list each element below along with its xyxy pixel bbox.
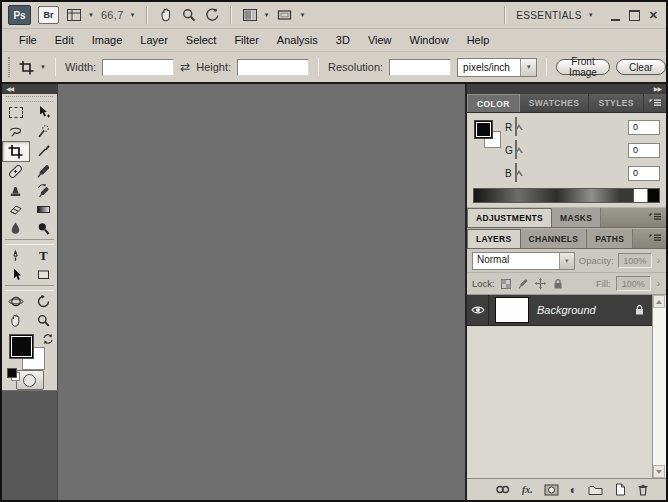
menu-3d[interactable]: 3D bbox=[327, 31, 359, 49]
red-slider-thumb[interactable] bbox=[515, 124, 523, 130]
gradient-tool[interactable] bbox=[30, 200, 58, 219]
dock-header[interactable]: ▶▶ bbox=[467, 84, 666, 94]
blue-value-field[interactable]: 0 bbox=[628, 166, 660, 181]
front-image-button[interactable]: Front Image bbox=[556, 59, 610, 75]
green-slider-thumb[interactable] bbox=[515, 147, 523, 153]
view-extras-dropdown[interactable]: ▼ bbox=[66, 8, 94, 22]
tab-masks[interactable]: MASKS bbox=[552, 208, 601, 227]
tab-layers[interactable]: LAYERS bbox=[467, 229, 521, 248]
layers-panel-menu-button[interactable] bbox=[649, 229, 666, 248]
maximize-button[interactable] bbox=[629, 10, 640, 21]
layer-name[interactable]: Background bbox=[537, 304, 634, 316]
menu-view[interactable]: View bbox=[359, 31, 401, 49]
fill-value-field[interactable]: 100% bbox=[616, 276, 651, 291]
resolution-input[interactable] bbox=[389, 59, 451, 76]
foreground-color-swatch[interactable] bbox=[474, 120, 493, 139]
menu-filter[interactable]: Filter bbox=[225, 31, 267, 49]
fill-arrow-icon[interactable]: › bbox=[656, 279, 661, 289]
hand-tool[interactable] bbox=[2, 311, 30, 330]
zoom-tool-icon[interactable] bbox=[181, 7, 197, 23]
layer-styles-icon[interactable]: fx. bbox=[522, 484, 533, 495]
rectangular-marquee-tool[interactable] bbox=[2, 103, 30, 122]
new-layer-icon[interactable] bbox=[614, 483, 626, 496]
eyedropper-tool[interactable] bbox=[30, 141, 58, 160]
hand-tool-icon[interactable] bbox=[158, 7, 174, 23]
tab-styles[interactable]: STYLES bbox=[589, 94, 643, 112]
blend-mode-select[interactable]: Normal ▼ bbox=[472, 252, 575, 270]
pen-tool[interactable] bbox=[2, 246, 30, 265]
scroll-down-button[interactable] bbox=[653, 465, 665, 478]
tools-panel-grip[interactable] bbox=[6, 96, 53, 102]
menu-analysis[interactable]: Analysis bbox=[268, 31, 327, 49]
menu-edit[interactable]: Edit bbox=[46, 31, 83, 49]
spot-healing-brush-tool[interactable] bbox=[2, 162, 30, 181]
red-slider[interactable] bbox=[515, 118, 622, 136]
brush-tool[interactable] bbox=[30, 162, 58, 181]
menu-file[interactable]: File bbox=[10, 31, 46, 49]
opacity-value-field[interactable]: 100% bbox=[618, 253, 652, 268]
rectangle-shape-tool[interactable] bbox=[30, 265, 58, 284]
swap-colors-icon[interactable] bbox=[42, 333, 54, 345]
color-ramp[interactable] bbox=[473, 188, 660, 203]
link-layers-icon[interactable] bbox=[495, 484, 511, 495]
blur-tool[interactable] bbox=[2, 219, 30, 238]
menu-select[interactable]: Select bbox=[177, 31, 226, 49]
opacity-arrow-icon[interactable]: › bbox=[656, 256, 661, 266]
launch-bridge-button[interactable]: Br bbox=[38, 6, 59, 24]
lasso-tool[interactable] bbox=[2, 122, 30, 141]
lock-image-pixels-icon[interactable] bbox=[517, 278, 529, 290]
tab-color[interactable]: COLOR bbox=[467, 94, 520, 112]
lock-transparent-pixels-icon[interactable] bbox=[500, 278, 512, 290]
type-tool[interactable]: T bbox=[30, 246, 58, 265]
clear-button[interactable]: Clear bbox=[616, 59, 666, 75]
layer-thumbnail[interactable] bbox=[495, 297, 529, 323]
3d-orbit-tool[interactable] bbox=[30, 292, 58, 311]
height-input[interactable] bbox=[237, 59, 309, 76]
zoom-tool[interactable] bbox=[30, 311, 58, 330]
swap-dimensions-icon[interactable]: ⇄ bbox=[180, 60, 190, 74]
menu-window[interactable]: Window bbox=[401, 31, 458, 49]
layer-list-scrollbar[interactable] bbox=[652, 295, 666, 478]
new-adjustment-layer-icon[interactable]: ◐ bbox=[570, 484, 577, 496]
menu-image[interactable]: Image bbox=[83, 31, 132, 49]
tab-adjustments[interactable]: ADJUSTMENTS bbox=[467, 208, 552, 227]
color-ramp-black[interactable] bbox=[647, 189, 659, 202]
rotate-view-icon[interactable] bbox=[204, 7, 220, 23]
dodge-tool[interactable] bbox=[30, 219, 58, 238]
layer-row-background[interactable]: Background bbox=[467, 295, 653, 326]
green-value-field[interactable]: 0 bbox=[628, 143, 660, 158]
options-bar-grip[interactable] bbox=[8, 57, 10, 77]
workspace-switcher[interactable]: ESSENTIALS ▼ bbox=[516, 10, 594, 21]
minimize-button[interactable] bbox=[611, 10, 620, 21]
foreground-color-swatch[interactable] bbox=[9, 334, 34, 359]
tab-swatches[interactable]: SWATCHES bbox=[520, 94, 590, 112]
zoom-level-dropdown[interactable]: 66,7 ▼ bbox=[101, 9, 136, 21]
path-selection-tool[interactable] bbox=[2, 265, 30, 284]
eraser-tool[interactable] bbox=[2, 200, 30, 219]
resolution-unit-select[interactable]: pixels/inch ▼ bbox=[457, 58, 537, 77]
blue-slider[interactable] bbox=[515, 164, 622, 182]
quick-selection-tool[interactable] bbox=[30, 122, 58, 141]
screen-mode-dropdown[interactable]: ▼ bbox=[276, 8, 305, 22]
tab-paths[interactable]: PATHS bbox=[587, 229, 633, 248]
crop-tool[interactable] bbox=[2, 141, 30, 162]
workspace-canvas-area[interactable]: ◀◀ T bbox=[2, 82, 666, 500]
color-ramp-spectrum[interactable] bbox=[474, 189, 633, 202]
menu-layer[interactable]: Layer bbox=[131, 31, 177, 49]
width-input[interactable] bbox=[102, 59, 174, 76]
blue-slider-thumb[interactable] bbox=[515, 170, 523, 176]
menu-help[interactable]: Help bbox=[458, 31, 499, 49]
tab-channels[interactable]: CHANNELS bbox=[521, 229, 588, 248]
layer-visibility-cell[interactable] bbox=[467, 295, 489, 325]
3d-rotate-tool[interactable] bbox=[2, 292, 30, 311]
green-slider[interactable] bbox=[515, 141, 622, 159]
delete-layer-icon[interactable] bbox=[637, 483, 649, 496]
default-colors-icon[interactable] bbox=[7, 368, 17, 378]
move-tool[interactable] bbox=[30, 103, 58, 122]
lock-position-icon[interactable] bbox=[534, 277, 547, 290]
new-group-icon[interactable] bbox=[588, 484, 603, 496]
lock-all-icon[interactable] bbox=[552, 278, 564, 290]
scroll-up-button[interactable] bbox=[653, 295, 665, 308]
history-brush-tool[interactable] bbox=[30, 181, 58, 200]
crop-tool-preset[interactable]: ▼ bbox=[19, 60, 46, 75]
